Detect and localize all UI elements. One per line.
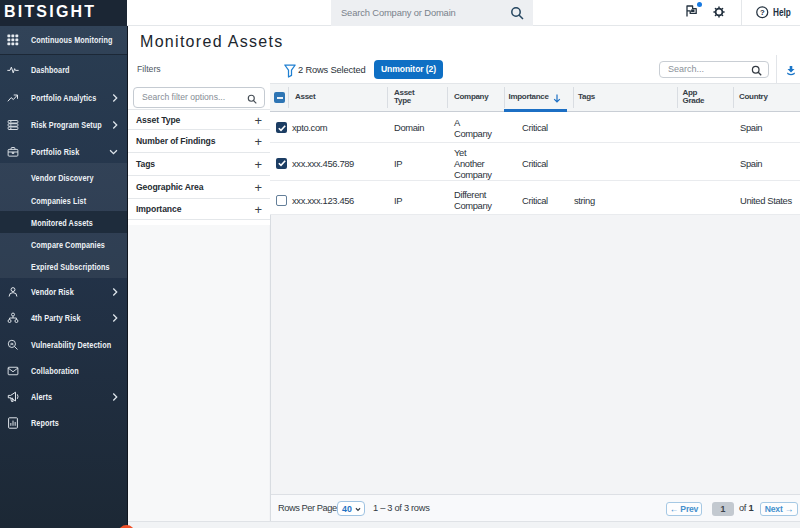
svg-text:?: ? bbox=[760, 8, 765, 17]
